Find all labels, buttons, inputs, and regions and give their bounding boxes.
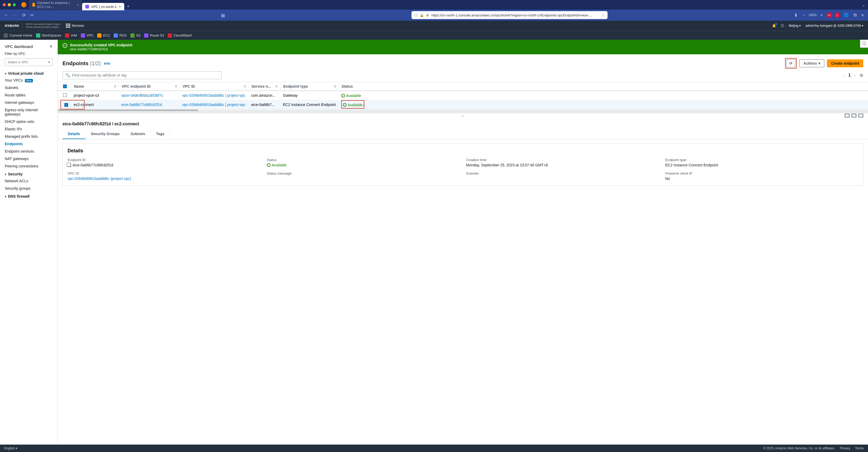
services-menu[interactable]: Services — [66, 24, 84, 28]
sidebar-section-dns-firewall[interactable]: DNS firewall — [0, 192, 58, 200]
row-checkbox[interactable]: ✓ — [64, 103, 68, 107]
success-banner: ✓ Successfully created VPC endpoint eice… — [58, 40, 868, 54]
window-maximize[interactable] — [13, 3, 16, 6]
fav-item-console-home[interactable]: Console Home — [4, 33, 32, 38]
col-endpoint-id[interactable]: VPC endpoint ID — [122, 84, 151, 89]
col-name[interactable]: Name — [74, 84, 84, 89]
notifications-icon[interactable]: 🔔 — [772, 24, 776, 28]
sidebar-item-endpoint-services[interactable]: Endpoint services — [0, 148, 58, 155]
chevron-down-icon[interactable]: ⌄ — [862, 2, 865, 7]
back-button[interactable]: ← — [3, 12, 9, 19]
col-status[interactable]: Status — [342, 84, 353, 89]
infinity-icon[interactable]: ∞ — [29, 12, 34, 19]
region-selector[interactable]: Beijing ▾ — [789, 24, 801, 28]
drag-handle[interactable]: ═ — [58, 113, 868, 119]
extensions-icon[interactable]: ⧉ — [852, 12, 858, 19]
browser-tab-ec2[interactable]: Connect to instance | EC2 | cn-... × — [29, 0, 82, 10]
language-selector[interactable]: English ▾ — [4, 446, 17, 450]
tab-tags[interactable]: Tags — [151, 129, 170, 139]
ext-icon[interactable]: 🟦 — [843, 12, 850, 19]
next-page-button[interactable]: › — [855, 73, 856, 78]
download-icon[interactable]: ⬇ — [793, 12, 799, 19]
info-panel-toggle[interactable]: ⓘ — [860, 40, 868, 48]
row-checkbox[interactable] — [63, 93, 67, 97]
sidebar-section-virtual-private-cloud[interactable]: Virtual private cloud — [0, 69, 58, 77]
reader-icon[interactable]: ▤ — [220, 12, 226, 19]
actions-button[interactable]: Actions ▾ — [799, 59, 824, 67]
sidebar-item-peering-connections[interactable]: Peering connections — [0, 162, 58, 170]
fav-item-rds[interactable]: RDS — [114, 33, 127, 38]
aws-logo[interactable]: 亚马逊云科技 — [5, 24, 19, 27]
cell-endpoint-id[interactable]: eice-0a66b77c86fc82f1d — [121, 102, 162, 107]
help-icon[interactable]: ⓘ — [781, 24, 784, 28]
sidebar-item-managed-prefix-lists[interactable]: Managed prefix lists — [0, 133, 58, 140]
zoom-in-button[interactable]: + — [819, 12, 824, 19]
vpc-link[interactable]: vpc-0264b66901badddbc (project-vpc) — [68, 177, 131, 181]
fav-item-cloudwatch[interactable]: CloudWatch — [168, 33, 192, 38]
table-row[interactable]: project-vpce-s3 vpce-04dedf0da1d03bf7c v… — [58, 91, 868, 100]
sidebar-item-network-acls[interactable]: Network ACLs — [0, 177, 58, 185]
privacy-link[interactable]: Privacy — [840, 446, 850, 450]
horizontal-scrollbar[interactable] — [58, 110, 868, 111]
layout-bottom-icon[interactable] — [845, 114, 849, 117]
sidebar-section-security[interactable]: Security — [0, 170, 58, 177]
fav-item-iam[interactable]: IAM — [65, 33, 77, 38]
fav-item-route-53[interactable]: Route 53 — [144, 33, 164, 38]
new-tab-button[interactable]: + — [124, 3, 132, 10]
terms-link[interactable]: Terms — [855, 446, 864, 450]
tab-subnets[interactable]: Subnets — [125, 129, 151, 139]
search-input[interactable] — [72, 73, 219, 78]
sidebar-item-your-vpcs[interactable]: Your VPCs New — [0, 77, 58, 84]
ext-badge-1[interactable]: 1 — [835, 12, 840, 18]
create-endpoint-button[interactable]: Create endpoint — [827, 59, 863, 67]
fav-item-s3[interactable]: S3 — [130, 33, 141, 38]
menu-icon[interactable]: ≡ — [860, 12, 865, 19]
account-menu[interactable]: admin/lxy-Isengard @ 4200-2996-0748 ▾ — [805, 24, 863, 28]
select-all-checkbox[interactable]: − — [63, 85, 67, 88]
prev-page-button[interactable]: ‹ — [843, 73, 844, 78]
close-sidebar-icon[interactable]: ✕ — [49, 44, 53, 49]
col-type[interactable]: Endpoint type — [283, 84, 308, 89]
sidebar-item-internet-gateways[interactable]: Internet gateways — [0, 99, 58, 106]
cell-endpoint-id[interactable]: vpce-04dedf0da1d03bf7c — [121, 93, 163, 97]
settings-gear-icon[interactable]: ⚙ — [860, 73, 863, 78]
copy-icon[interactable] — [68, 163, 71, 167]
cell-vpc-id[interactable]: vpc-0264b66901badddbc | project-vpc — [182, 93, 245, 97]
sidebar-item-endpoints[interactable]: Endpoints — [0, 140, 58, 148]
fav-item-vpc[interactable]: VPC — [81, 33, 94, 38]
search-box[interactable]: 🔍 — [63, 71, 221, 79]
sidebar-item-nat-gateways[interactable]: NAT gateways — [0, 155, 58, 162]
fav-item-ec2[interactable]: EC2 — [97, 33, 110, 38]
sidebar-item-elastic-ips[interactable]: Elastic IPs — [0, 125, 58, 133]
sidebar-item-subnets[interactable]: Subnets — [0, 84, 58, 91]
sidebar-item-dhcp-option-sets[interactable]: DHCP option sets — [0, 118, 58, 125]
sidebar-item-security-groups[interactable]: Security groups — [0, 185, 58, 192]
col-service[interactable]: Service n... — [251, 84, 271, 89]
refresh-button[interactable]: ⟳ — [786, 59, 796, 67]
forward-button[interactable]: → — [12, 12, 19, 19]
tab-security-groups[interactable]: Security Groups — [86, 129, 125, 139]
layout-split-icon[interactable] — [851, 114, 856, 117]
window-minimize[interactable] — [8, 3, 11, 6]
col-vpc-id[interactable]: VPC ID — [183, 84, 195, 89]
ext-badge-no[interactable]: No — [827, 12, 832, 18]
browser-tab-vpc[interactable]: VPC | cn-north-1 × — [82, 3, 124, 10]
vpc-filter-select[interactable]: Select a VPC▾ — [5, 58, 53, 66]
window-close[interactable] — [3, 3, 6, 6]
table-row[interactable]: ✓ ec2-connect eice-0a66b77c86fc82f1d vpc… — [58, 100, 868, 110]
reload-button[interactable]: ⟳ — [21, 12, 27, 19]
close-tab-icon[interactable]: × — [77, 3, 79, 7]
info-link[interactable]: Info — [104, 61, 110, 65]
zoom-out-button[interactable]: − — [801, 12, 806, 19]
fav-item-workspaces[interactable]: WorkSpaces — [36, 33, 61, 38]
url-bar[interactable]: 🛡 🔒 ⚙ https://cn-north-1.console.amazona… — [411, 11, 608, 19]
tab-details[interactable]: Details — [63, 129, 86, 139]
caret-down-icon — [5, 194, 6, 199]
sidebar-dashboard-link[interactable]: VPC dashboard — [5, 44, 33, 49]
sidebar-item-egress-only-internet-gateways[interactable]: Egress-only internet gateways — [0, 106, 58, 118]
cell-vpc-id[interactable]: vpc-0264b66901badddbc | project-vpc — [182, 102, 245, 107]
close-tab-icon[interactable]: × — [119, 4, 121, 9]
sidebar-item-route-tables[interactable]: Route tables — [0, 91, 58, 99]
layout-full-icon[interactable] — [859, 114, 863, 117]
star-icon[interactable]: ☆ — [602, 13, 605, 17]
